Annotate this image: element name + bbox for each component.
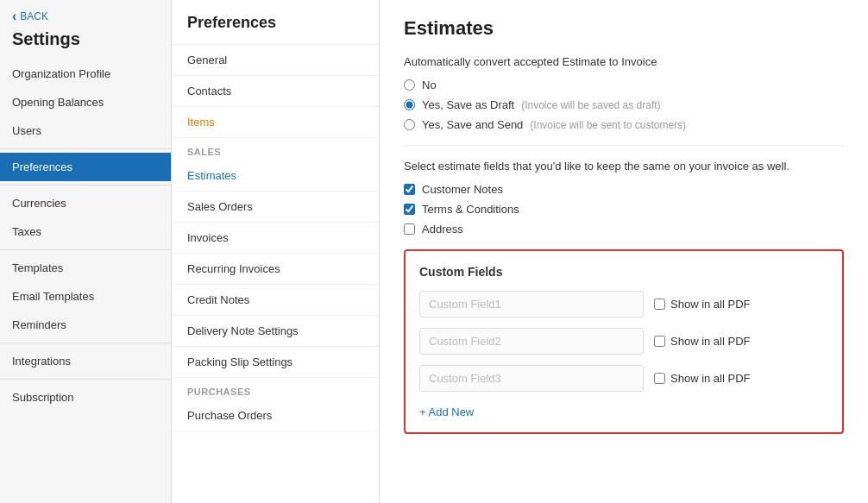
main-content: Estimates Automatically convert accepted… bbox=[380, 0, 868, 503]
sidebar-item-subscription[interactable]: Subscription bbox=[0, 383, 171, 412]
sidebar-divider4 bbox=[0, 343, 171, 343]
sidebar-divider bbox=[0, 148, 171, 149]
pdf-checkbox-2[interactable] bbox=[654, 336, 665, 347]
sidebar-divider5 bbox=[0, 379, 171, 380]
custom-field-1[interactable] bbox=[419, 291, 644, 318]
middle-nav-delivery-note[interactable]: Delivery Note Settings bbox=[172, 316, 379, 347]
radio-item-no: No bbox=[404, 79, 844, 91]
radio-send[interactable] bbox=[404, 119, 415, 130]
checkbox-address[interactable] bbox=[404, 223, 415, 235]
sidebar-item-users[interactable]: Users bbox=[0, 116, 171, 145]
radio-item-send: Yes, Save and Send (Invoice will be sent… bbox=[404, 118, 844, 131]
middle-nav-credit-notes[interactable]: Credit Notes bbox=[172, 285, 379, 316]
checkbox-terms[interactable] bbox=[404, 204, 415, 215]
auto-convert-label: Automatically convert accepted Estimate … bbox=[404, 55, 844, 68]
sidebar-item-organization-profile[interactable]: Organization Profile bbox=[0, 60, 171, 88]
checkbox-item-terms: Terms & Conditions bbox=[404, 203, 844, 216]
custom-field-2[interactable] bbox=[419, 328, 644, 355]
sidebar-divider3 bbox=[0, 249, 171, 250]
fields-checkbox-group: Customer Notes Terms & Conditions Addres… bbox=[404, 183, 844, 236]
middle-nav-contacts[interactable]: Contacts bbox=[172, 76, 379, 107]
middle-nav-general[interactable]: General bbox=[172, 45, 379, 76]
custom-field-row-2: Show in all PDF bbox=[419, 328, 828, 355]
middle-nav-items[interactable]: Items bbox=[172, 107, 379, 138]
back-link[interactable]: BACK bbox=[0, 0, 171, 28]
checkbox-item-customer-notes: Customer Notes bbox=[404, 183, 844, 196]
left-sidebar: BACK Settings Organization Profile Openi… bbox=[0, 0, 172, 503]
custom-fields-box: Custom Fields Show in all PDF Show in al… bbox=[404, 249, 844, 434]
pdf-label-text-3: Show in all PDF bbox=[670, 372, 750, 385]
middle-nav-recurring-invoices[interactable]: Recurring Invoices bbox=[172, 254, 379, 285]
middle-nav-sales-orders[interactable]: Sales Orders bbox=[172, 192, 379, 223]
pdf-label-1: Show in all PDF bbox=[654, 298, 750, 311]
sidebar-item-reminders[interactable]: Reminders bbox=[0, 311, 171, 339]
radio-draft[interactable] bbox=[404, 99, 415, 110]
checkbox-item-address: Address bbox=[404, 223, 844, 236]
checkbox-customer-notes-label: Customer Notes bbox=[422, 183, 503, 196]
fields-label: Select estimate fields that you'd like t… bbox=[404, 160, 844, 173]
sidebar-item-templates[interactable]: Templates bbox=[0, 254, 171, 282]
checkbox-terms-label: Terms & Conditions bbox=[422, 203, 519, 216]
custom-field-row-1: Show in all PDF bbox=[419, 291, 828, 318]
middle-nav-packing-slip[interactable]: Packing Slip Settings bbox=[172, 347, 379, 378]
sidebar-divider2 bbox=[0, 185, 171, 185]
radio-send-note: (Invoice will be sent to customers) bbox=[530, 119, 686, 131]
middle-nav-purchase-orders[interactable]: Purchase Orders bbox=[172, 400, 379, 431]
custom-field-3[interactable] bbox=[419, 365, 644, 392]
checkbox-address-label: Address bbox=[422, 223, 463, 236]
auto-convert-radio-group: No Yes, Save as Draft (Invoice will be s… bbox=[404, 79, 844, 131]
middle-panel-title: Preferences bbox=[172, 0, 379, 45]
pdf-label-2: Show in all PDF bbox=[654, 335, 750, 348]
custom-fields-title: Custom Fields bbox=[419, 265, 828, 279]
radio-no-label: No bbox=[422, 79, 437, 91]
middle-nav-estimates[interactable]: Estimates bbox=[172, 160, 379, 192]
pdf-label-text-1: Show in all PDF bbox=[670, 298, 750, 311]
sidebar-item-preferences[interactable]: Preferences bbox=[0, 153, 171, 181]
settings-title: Settings bbox=[0, 28, 171, 60]
custom-field-row-3: Show in all PDF bbox=[419, 365, 828, 392]
add-new-link[interactable]: Add New bbox=[419, 406, 474, 418]
section-divider bbox=[404, 145, 844, 146]
radio-no[interactable] bbox=[404, 79, 415, 91]
pdf-label-3: Show in all PDF bbox=[654, 372, 750, 385]
radio-draft-note: (Invoice will be saved as draft) bbox=[521, 99, 660, 111]
purchases-section-label: PURCHASES bbox=[172, 378, 379, 400]
radio-draft-label: Yes, Save as Draft bbox=[422, 98, 514, 111]
middle-panel: Preferences General Contacts Items SALES… bbox=[172, 0, 380, 503]
pdf-checkbox-3[interactable] bbox=[654, 373, 665, 384]
radio-item-draft: Yes, Save as Draft (Invoice will be save… bbox=[404, 98, 844, 111]
pdf-checkbox-1[interactable] bbox=[654, 299, 665, 310]
sidebar-item-opening-balances[interactable]: Opening Balances bbox=[0, 88, 171, 116]
pdf-label-text-2: Show in all PDF bbox=[670, 335, 750, 348]
sidebar-item-currencies[interactable]: Currencies bbox=[0, 189, 171, 217]
sidebar-item-integrations[interactable]: Integrations bbox=[0, 347, 171, 375]
radio-send-label: Yes, Save and Send bbox=[422, 118, 523, 131]
middle-nav-invoices[interactable]: Invoices bbox=[172, 223, 379, 254]
sidebar-item-taxes[interactable]: Taxes bbox=[0, 217, 171, 246]
page-title: Estimates bbox=[404, 17, 844, 40]
sidebar-item-email-templates[interactable]: Email Templates bbox=[0, 282, 171, 311]
sales-section-label: SALES bbox=[172, 138, 379, 160]
checkbox-customer-notes[interactable] bbox=[404, 184, 415, 195]
